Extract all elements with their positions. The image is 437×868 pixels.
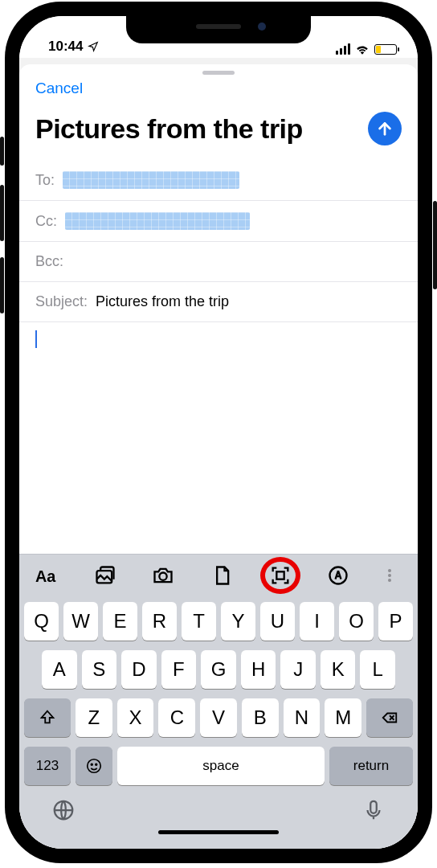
svg-point-5 xyxy=(388,569,391,572)
key-o[interactable]: O xyxy=(339,602,374,641)
key-l[interactable]: L xyxy=(360,650,395,689)
to-label: To: xyxy=(35,172,55,189)
to-field[interactable]: To: xyxy=(19,160,418,201)
markup-button[interactable] xyxy=(327,564,349,587)
camera-button[interactable] xyxy=(152,564,174,587)
key-r[interactable]: R xyxy=(142,602,177,641)
keyboard-container: Aa xyxy=(19,554,418,849)
bcc-label: Bcc: xyxy=(35,253,63,270)
status-time: 10:44 xyxy=(48,39,83,55)
keyboard: QWERTYUIOP ASDFGHJKL ZXCVBNM 123 xyxy=(19,596,418,849)
text-format-icon: Aa xyxy=(35,564,58,587)
cc-field[interactable]: Cc: xyxy=(19,201,418,242)
subject-value: Pictures from the trip xyxy=(96,293,229,310)
cancel-button[interactable]: Cancel xyxy=(35,80,83,96)
cell-signal-icon xyxy=(336,43,350,55)
key-y[interactable]: Y xyxy=(221,602,255,641)
key-k[interactable]: K xyxy=(321,650,356,689)
camera-icon xyxy=(152,564,174,587)
cc-value-redacted xyxy=(65,212,250,230)
home-indicator[interactable] xyxy=(158,830,279,834)
photo-library-button[interactable] xyxy=(94,564,116,587)
subject-label: Subject: xyxy=(35,293,88,310)
scan-document-icon xyxy=(269,564,292,587)
svg-point-7 xyxy=(388,579,391,582)
key-t[interactable]: T xyxy=(182,602,216,641)
wifi-icon xyxy=(355,43,370,55)
key-m[interactable]: M xyxy=(325,698,361,737)
phone-frame: 10:44 Cancel Pictures from the trip xyxy=(5,2,432,863)
to-value-redacted xyxy=(63,171,239,189)
return-key[interactable]: return xyxy=(329,747,413,785)
emoji-icon xyxy=(85,757,103,775)
svg-point-2 xyxy=(160,572,167,579)
svg-point-8 xyxy=(88,760,101,773)
text-cursor xyxy=(35,330,37,348)
shift-key[interactable] xyxy=(24,698,71,737)
globe-key[interactable] xyxy=(51,798,76,822)
attach-file-button[interactable] xyxy=(210,564,233,587)
microphone-icon xyxy=(361,798,386,822)
chevron-icon xyxy=(386,566,394,585)
key-b[interactable]: B xyxy=(242,698,279,737)
compose-title: Pictures from the trip xyxy=(35,113,303,145)
arrow-up-icon xyxy=(376,120,394,137)
numbers-key[interactable]: 123 xyxy=(24,747,71,785)
dictation-key[interactable] xyxy=(361,798,386,822)
key-j[interactable]: J xyxy=(280,650,316,689)
svg-rect-12 xyxy=(370,801,377,813)
key-e[interactable]: E xyxy=(103,602,137,641)
key-s[interactable]: S xyxy=(82,650,117,689)
key-f[interactable]: F xyxy=(161,650,197,689)
key-g[interactable]: G xyxy=(201,650,236,689)
notch xyxy=(126,16,311,43)
body-textarea[interactable] xyxy=(19,322,418,554)
markup-icon xyxy=(327,564,349,587)
key-z[interactable]: Z xyxy=(76,698,112,737)
photo-library-icon xyxy=(94,564,116,587)
key-u[interactable]: U xyxy=(260,602,295,641)
svg-text:Aa: Aa xyxy=(35,567,56,585)
compose-sheet: Cancel Pictures from the trip To: Cc: xyxy=(19,64,418,849)
key-a[interactable]: A xyxy=(42,650,77,689)
cc-label: Cc: xyxy=(35,213,57,230)
format-button[interactable]: Aa xyxy=(35,564,58,587)
send-button[interactable] xyxy=(368,112,402,145)
key-d[interactable]: D xyxy=(121,650,157,689)
document-icon xyxy=(210,564,233,587)
key-w[interactable]: W xyxy=(63,602,98,641)
screen: 10:44 Cancel Pictures from the trip xyxy=(19,16,418,849)
emoji-key[interactable] xyxy=(76,747,112,785)
key-n[interactable]: N xyxy=(284,698,321,737)
key-v[interactable]: V xyxy=(200,698,237,737)
scan-document-button[interactable] xyxy=(269,564,292,587)
location-icon xyxy=(88,41,99,52)
delete-key[interactable] xyxy=(366,698,413,737)
svg-rect-3 xyxy=(276,571,284,579)
globe-icon xyxy=(51,798,76,822)
toolbar-overflow[interactable] xyxy=(386,564,402,587)
key-q[interactable]: Q xyxy=(24,602,59,641)
bcc-field[interactable]: Bcc: xyxy=(19,242,418,282)
svg-point-9 xyxy=(91,764,92,765)
key-h[interactable]: H xyxy=(241,650,276,689)
keyboard-toolbar: Aa xyxy=(19,554,418,596)
delete-icon xyxy=(381,709,398,727)
battery-icon xyxy=(374,44,397,55)
key-c[interactable]: C xyxy=(158,698,195,737)
key-p[interactable]: P xyxy=(378,602,413,641)
svg-point-10 xyxy=(96,764,97,765)
key-x[interactable]: X xyxy=(117,698,154,737)
svg-point-6 xyxy=(388,574,391,577)
key-i[interactable]: I xyxy=(300,602,334,641)
subject-field[interactable]: Subject: Pictures from the trip xyxy=(19,282,418,322)
space-key[interactable]: space xyxy=(117,747,325,785)
shift-icon xyxy=(39,709,56,727)
